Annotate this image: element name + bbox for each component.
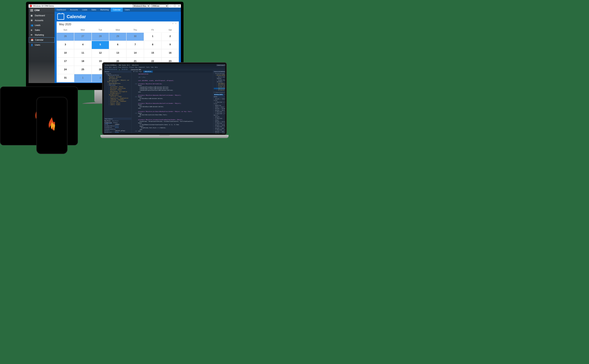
property-row[interactable]: Anchors[akLeft,akTop] (105, 130, 131, 132)
palette-category[interactable]: ▸ Delphi | Web (214, 128, 225, 129)
project-tab[interactable]: Model View (225, 94, 225, 95)
calendar-day-cell[interactable]: 26 (57, 32, 74, 41)
calendar-day-cell[interactable]: 1 (74, 74, 92, 82)
toolbar-button[interactable] (124, 69, 126, 70)
toolbar-button[interactable] (115, 69, 117, 70)
structure-node[interactable]: NewLeadsSG: TStringGrid (105, 91, 131, 92)
calendar-day-cell[interactable]: 4 (74, 41, 92, 49)
code-editor[interactable]: implementation {$R *.dfm} uses uDataMod,… (132, 73, 213, 133)
editor-tab[interactable]: Welcome Page (132, 71, 143, 73)
tab-marketing[interactable]: Marketing (98, 8, 111, 12)
palette-category[interactable]: ▸ Delphi | ActiveX (214, 121, 225, 123)
toolbar-button[interactable] (109, 69, 111, 70)
toolbar-button[interactable] (111, 69, 113, 70)
calendar-day-cell[interactable]: 11 (74, 49, 92, 58)
menu-project[interactable]: Project (129, 67, 134, 68)
palette-category[interactable]: ▸ C++Builder | Individual Files (214, 102, 225, 105)
property-grid[interactable]: AlignalNoneAlignWithMargiFalseAlphaBlend… (104, 123, 131, 133)
calendar-day-cell[interactable]: 6 (109, 41, 126, 49)
tab-accounts[interactable]: Accounts (68, 8, 80, 12)
structure-node[interactable]: Panel2: TPanel (105, 102, 131, 104)
palette-category[interactable]: ▸ Delphi | DataSnap (214, 124, 225, 126)
sidebar-item-dashboard[interactable]: ▦Dashboard (29, 13, 54, 18)
calendar-day-cell[interactable]: 3 (57, 41, 74, 49)
tab-users[interactable]: Users (123, 8, 132, 12)
structure-node[interactable]: Label1: TLabel (105, 104, 131, 105)
target-dropdown[interactable]: Windows 32-bit (130, 69, 141, 70)
palette-category[interactable]: ▸ Delphi | Windows (214, 108, 225, 110)
sidebar-item-calendar[interactable]: 📅Calendar (29, 37, 54, 43)
calendar-day-cell[interactable]: 12 (92, 49, 109, 58)
menu-tabs[interactable]: Tabs (151, 67, 154, 68)
calendar-day-cell[interactable]: 24 (57, 66, 74, 74)
structure-node[interactable]: NavPanel: TPanel (105, 89, 131, 91)
structure-node[interactable]: ApplyRecSender: TObject; var Done: Boole… (105, 80, 131, 83)
calendar-day-cell[interactable]: 16 (161, 49, 179, 58)
structure-node[interactable]: CalendarTab: TTabSheet (105, 101, 131, 102)
menu-component[interactable]: Component (139, 67, 145, 68)
calendar-day-cell[interactable]: 15 (144, 49, 161, 58)
property-row[interactable]: AlphaBlendValue (105, 129, 131, 130)
calendar-day-cell[interactable]: 7 (126, 41, 144, 49)
structure-node[interactable]: RefreshGrids (105, 78, 131, 79)
palette-category[interactable]: ▸ C++Builder | Windows (214, 111, 225, 113)
project-node[interactable]: uDraftProposal.pas (214, 84, 225, 86)
structure-node[interactable]: lblTitle: TLabel (105, 96, 131, 98)
calendar-day-cell[interactable]: 29 (109, 32, 126, 41)
menu-refactor[interactable]: Refactor (122, 67, 128, 68)
theme-dropdown[interactable]: Windows10 Blue (133, 4, 150, 7)
property-row[interactable]: AlignalNone (105, 124, 131, 125)
inspector-object[interactable]: MainForm (105, 120, 111, 122)
project-node[interactable]: Windows10CRMDemo.exe (214, 75, 225, 76)
calendar-day-cell[interactable]: 30 (126, 32, 144, 41)
close-button[interactable]: ✕ (178, 5, 180, 7)
minimize-button[interactable]: ― (169, 5, 172, 7)
calendar-day-cell[interactable]: 2 (161, 32, 179, 41)
structure-node[interactable]: LeadsTab: TTabSheet (105, 99, 131, 101)
calendar-day-cell[interactable]: 31 (57, 74, 74, 82)
toolbar-button[interactable] (113, 69, 115, 70)
palette-category[interactable]: ▸ Delphi (214, 116, 225, 118)
calendar-day-cell[interactable]: 9 (161, 41, 179, 49)
property-row[interactable]: AlphaBlendFalse (105, 127, 131, 128)
maximize-button[interactable]: ☐ (174, 5, 176, 7)
toolbar-button[interactable] (105, 69, 107, 70)
menu-tools[interactable]: Tools (146, 67, 150, 68)
tab-leads[interactable]: Leads (80, 8, 89, 12)
run-icon[interactable]: ▶ (119, 69, 120, 70)
layout-dropdown[interactable]: Default Layout (216, 64, 225, 66)
palette-category[interactable]: ▸ Delphi | Multi-Device (214, 110, 225, 111)
calendar-day-cell[interactable]: 13 (109, 49, 126, 58)
sidebar-item-marketing[interactable]: ✉Marketing (29, 32, 54, 37)
palette-category[interactable]: ▸ Delphi | Individual Files (214, 98, 225, 102)
project-node[interactable]: ProjectGroup1 (214, 73, 225, 75)
structure-node[interactable]: TMainForm(TForm) (105, 75, 131, 76)
project-node[interactable]: uProposal.pas (214, 89, 225, 91)
calendar-day-cell[interactable]: 18 (74, 58, 92, 66)
hamburger-icon[interactable] (30, 9, 33, 11)
tab-sales[interactable]: Sales (89, 8, 98, 12)
palette-category[interactable]: ▸ Delphi | Inheritable Items (214, 132, 225, 133)
structure-node[interactable]: BindNavigator1: TBindNavigator (105, 92, 131, 96)
palette-category[interactable]: ▸ C++Builder | Web (214, 126, 225, 128)
calendar-day-cell[interactable]: 8 (144, 41, 161, 49)
palette-category[interactable]: ▸ C++Builder | RAD Server (214, 129, 225, 131)
menu-help[interactable]: Help (155, 67, 158, 68)
prev-month-button[interactable]: ˄ (172, 23, 173, 26)
calendar-day-cell[interactable]: 17 (57, 58, 74, 66)
toolbar-button[interactable] (107, 69, 109, 70)
property-row[interactable]: AutoScrollFalse (105, 132, 131, 133)
project-node[interactable]: uDataMod.pas (214, 83, 225, 84)
menu-edit[interactable]: Edit (109, 67, 112, 68)
sidebar-item-leads[interactable]: 👥Leads (29, 23, 54, 28)
calendar-day-cell[interactable]: 28 (92, 32, 109, 41)
menu-search[interactable]: Search (113, 67, 117, 68)
structure-node[interactable]: Published (105, 84, 131, 86)
palette-category[interactable]: ▸ Delphi | RAD Server (214, 131, 225, 132)
project-tabs[interactable]: Windows10CR…Model View (213, 94, 225, 96)
sidebar-item-sales[interactable]: ≣Sales (29, 28, 54, 32)
calendar-day-cell[interactable]: 25 (74, 66, 92, 74)
palette-category[interactable]: ▸ C++Builder | DataSnap (214, 123, 225, 124)
project-node[interactable]: uLeads.pas (214, 86, 225, 88)
editor-tabs[interactable]: Welcome PageuMainForm (132, 71, 213, 73)
